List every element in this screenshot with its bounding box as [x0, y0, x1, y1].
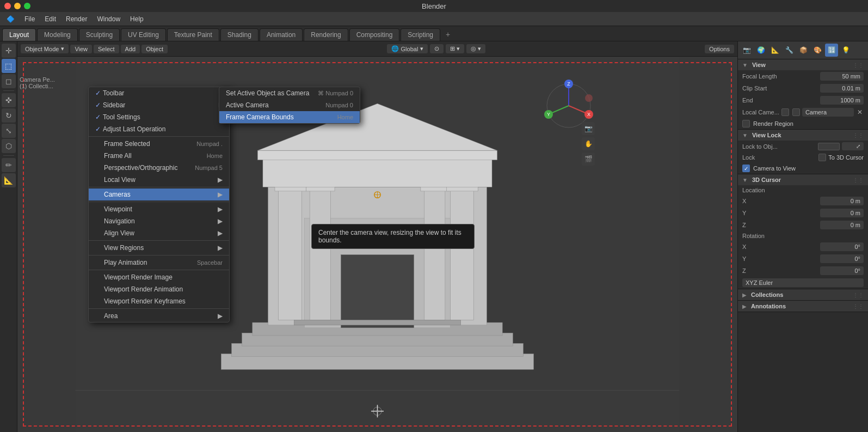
close-button[interactable]	[4, 3, 11, 9]
select-tool[interactable]: ⬚	[2, 59, 16, 73]
rp-icon-shader[interactable]: 🔢	[825, 44, 838, 57]
menu-item-frame-all[interactable]: Frame All Home	[89, 150, 229, 162]
cameras-menu-frame-bounds[interactable]: Frame Camera Bounds Home	[219, 111, 360, 123]
cameras-menu-set-active[interactable]: Set Active Object as Camera ⌘ Numpad 0	[219, 87, 360, 99]
menu-item-local-view[interactable]: Local View ▶	[89, 174, 229, 186]
view-section-header[interactable]: ▼ View ⋮⋮	[738, 59, 868, 70]
menu-item-viewport-render-animation[interactable]: Viewport Render Animation	[89, 283, 229, 295]
snap-btn[interactable]: ⊞ ▾	[446, 44, 464, 53]
maximize-button[interactable]	[24, 3, 30, 9]
menu-item-tool-settings[interactable]: ✓Tool Settings	[89, 111, 229, 123]
collections-header[interactable]: ▶ Collections ⋮⋮	[738, 289, 868, 300]
mode-selector[interactable]: Object Mode ▾	[21, 44, 69, 53]
view-menu-btn[interactable]: View	[70, 45, 92, 53]
menu-item-cameras[interactable]: Cameras ▶	[89, 188, 229, 200]
menu-item-play-animation[interactable]: Play Animation Spacebar	[89, 257, 229, 269]
menu-item-align-view[interactable]: Align View ▶	[89, 227, 229, 239]
rp-icon-data[interactable]: 📦	[797, 44, 810, 57]
menu-render[interactable]: Render	[61, 14, 91, 24]
options-btn[interactable]: Options	[705, 45, 734, 53]
cursor-z-value[interactable]: 0 m	[820, 221, 864, 229]
transform-orientation-selector[interactable]: 🌐 Global ▾	[387, 44, 428, 53]
move-tool[interactable]: ✜	[2, 93, 16, 107]
tab-compositing[interactable]: Compositing	[349, 28, 400, 41]
pan-btn[interactable]: ✋	[582, 137, 595, 150]
add-workspace-button[interactable]: +	[441, 28, 454, 41]
transform-pivot-btn[interactable]: ⊙	[430, 44, 444, 53]
focal-length-value[interactable]: 50 mm	[820, 72, 864, 81]
menu-item-adjust-last[interactable]: ✓Adjust Last Operation	[89, 123, 229, 135]
local-camera-close[interactable]: ✕	[856, 108, 864, 116]
rp-icon-camera[interactable]: 📷	[740, 44, 753, 57]
tab-texture-paint[interactable]: Texture Paint	[167, 28, 219, 41]
camera-eye-toggle[interactable]	[792, 108, 800, 116]
menu-item-sidebar[interactable]: ✓Sidebar N	[89, 99, 229, 111]
menu-item-area[interactable]: Area ▶	[89, 310, 229, 322]
tab-sculpting[interactable]: Sculpting	[79, 28, 120, 41]
tab-uv-editing[interactable]: UV Editing	[121, 28, 166, 41]
tab-shading[interactable]: Shading	[220, 28, 258, 41]
cursor-rx-value[interactable]: 0°	[820, 242, 864, 251]
menu-item-viewport-render-keyframes[interactable]: Viewport Render Keyframes	[89, 295, 229, 307]
camera-view-btn[interactable]: 📷	[582, 122, 595, 135]
tab-rendering[interactable]: Rendering	[304, 28, 348, 41]
menu-window[interactable]: Window	[93, 14, 125, 24]
cursor-x-value[interactable]: 0 m	[820, 197, 864, 205]
cursor-rz-value[interactable]: 0°	[820, 266, 864, 275]
object-menu-btn[interactable]: Object	[141, 45, 168, 53]
clip-end-value[interactable]: 1000 m	[820, 96, 864, 105]
minimize-button[interactable]	[14, 3, 21, 9]
rp-icon-material[interactable]: 🎨	[811, 44, 824, 57]
cursor-dots[interactable]: ⋮⋮	[853, 177, 864, 183]
cursor-tool[interactable]: ✛	[2, 44, 16, 58]
euler-mode-selector[interactable]: XYZ Euler	[742, 278, 864, 287]
tab-layout[interactable]: Layout	[2, 28, 36, 41]
menu-edit[interactable]: Edit	[40, 14, 60, 24]
proportional-btn[interactable]: ◎ ▾	[466, 44, 485, 53]
view-lock-section-header[interactable]: ▼ View Lock ⋮⋮	[738, 130, 868, 141]
render-region-checkbox[interactable]	[742, 120, 750, 127]
menu-item-toolbar[interactable]: ✓Toolbar T	[89, 87, 229, 99]
rp-icon-object[interactable]: 📐	[768, 44, 781, 57]
rp-icon-light[interactable]: 💡	[839, 44, 852, 57]
rotate-tool[interactable]: ↻	[2, 108, 16, 123]
menu-item-viewpoint[interactable]: Viewpoint ▶	[89, 203, 229, 215]
menu-item-navigation[interactable]: Navigation ▶	[89, 215, 229, 227]
lock-to-obj-checkbox[interactable]	[818, 143, 840, 150]
local-camera-value[interactable]: Camera	[802, 108, 854, 117]
menu-file[interactable]: File	[20, 14, 39, 24]
collections-dots[interactable]: ⋮⋮	[853, 292, 864, 298]
camera-to-view-checkbox[interactable]: ✓	[742, 165, 750, 172]
cameras-menu-active-camera[interactable]: Active Camera Numpad 0	[219, 99, 360, 111]
cursor-y-value[interactable]: 0 m	[820, 209, 864, 217]
render-btn[interactable]: 🎬	[582, 153, 595, 166]
rp-icon-modifier[interactable]: 🔧	[783, 44, 796, 57]
tab-modeling[interactable]: Modeling	[37, 28, 78, 41]
annotations-dots[interactable]: ⋮⋮	[853, 303, 864, 309]
lock-to-obj-value[interactable]: ⤢	[842, 142, 864, 150]
menu-item-frame-selected[interactable]: Frame Selected Numpad .	[89, 138, 229, 150]
annotations-header[interactable]: ▶ Annotations ⋮⋮	[738, 301, 868, 312]
menu-item-viewport-render-image[interactable]: Viewport Render Image	[89, 271, 229, 283]
add-menu-btn[interactable]: Add	[121, 45, 140, 53]
menu-item-perspective[interactable]: Perspective/Orthographic Numpad 5	[89, 162, 229, 174]
clip-start-value[interactable]: 0.01 m	[820, 84, 864, 93]
tab-scripting[interactable]: Scripting	[401, 28, 440, 41]
tab-animation[interactable]: Animation	[260, 28, 303, 41]
select-circle-tool[interactable]: ◻	[2, 74, 16, 88]
cursor-section-header[interactable]: ▼ 3D Cursor ⋮⋮	[738, 174, 868, 185]
transform-tool[interactable]: ⬡	[2, 139, 16, 153]
annotate-tool[interactable]: ✏	[2, 158, 16, 172]
measure-tool[interactable]: 📐	[2, 173, 16, 187]
menu-help[interactable]: Help	[126, 14, 148, 24]
select-menu-btn[interactable]: Select	[94, 45, 119, 53]
blender-logo-menu[interactable]: 🔷	[2, 14, 19, 24]
rp-icon-world[interactable]: 🌍	[754, 44, 767, 57]
to-3d-cursor-checkbox[interactable]	[818, 154, 826, 161]
cursor-ry-value[interactable]: 0°	[820, 254, 864, 263]
view-lock-dots[interactable]: ⋮⋮	[853, 132, 864, 138]
view-section-dots[interactable]: ⋮⋮	[853, 62, 864, 68]
local-camera-checkbox[interactable]	[781, 108, 789, 116]
scale-tool[interactable]: ⤡	[2, 124, 16, 138]
menu-item-view-regions[interactable]: View Regions ▶	[89, 242, 229, 254]
